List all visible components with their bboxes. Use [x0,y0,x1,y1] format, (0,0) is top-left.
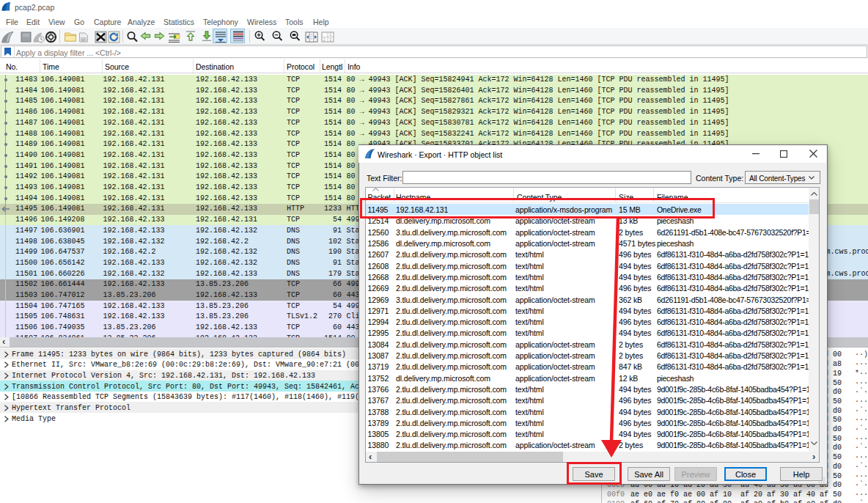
svg-text:sd: sd [81,38,85,42]
